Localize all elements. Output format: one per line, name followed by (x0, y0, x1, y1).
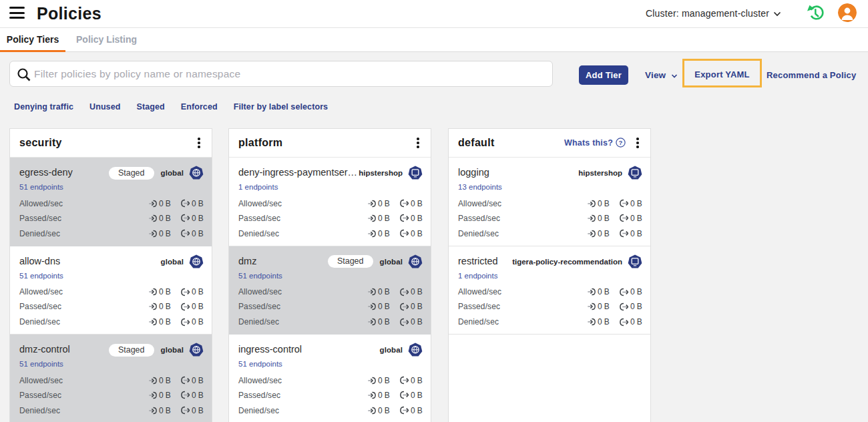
svg-text:?: ? (618, 139, 622, 146)
